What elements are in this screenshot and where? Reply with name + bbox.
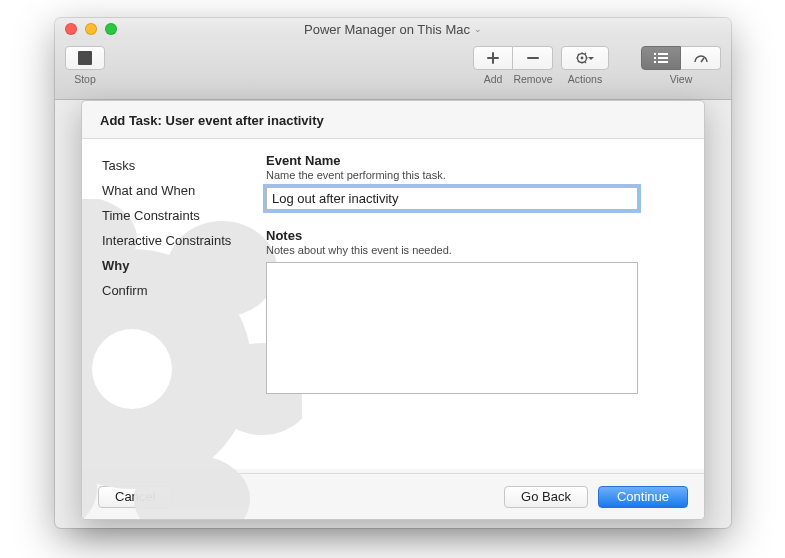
nav-why[interactable]: Why (102, 253, 248, 278)
view-gauge-button[interactable] (681, 46, 721, 70)
window: Power Manager on This Mac ⌄ Stop Add Rem… (55, 18, 731, 528)
nav-tasks[interactable]: Tasks (102, 153, 248, 178)
event-name-help: Name the event performing this task. (266, 169, 680, 181)
nav-interactive-constraints[interactable]: Interactive Constraints (102, 228, 248, 253)
sheet-title: Add Task: User event after inactivity (82, 101, 704, 139)
nav-time-constraints[interactable]: Time Constraints (102, 203, 248, 228)
side-nav: Tasks What and When Time Constraints Int… (82, 139, 260, 469)
event-name-input[interactable] (266, 187, 638, 210)
view-list-button[interactable] (641, 46, 681, 70)
chevron-down-icon: ⌄ (474, 24, 482, 34)
event-name-label: Event Name (266, 153, 680, 168)
toolbar-actions-group: Actions (561, 46, 609, 85)
minus-icon (526, 51, 540, 65)
stop-icon (78, 51, 92, 65)
toolbar-label-view: View (641, 73, 721, 85)
gauge-icon (693, 52, 709, 64)
stop-button[interactable] (65, 46, 105, 70)
sheet-body: Tasks What and When Time Constraints Int… (82, 139, 704, 469)
svg-rect-3 (654, 57, 656, 59)
go-back-button[interactable]: Go Back (504, 486, 588, 508)
svg-rect-4 (654, 61, 656, 63)
svg-rect-2 (654, 53, 656, 55)
sheet: Add Task: User event after inactivity Ta… (81, 100, 705, 520)
svg-point-1 (581, 57, 584, 60)
continue-button[interactable]: Continue (598, 486, 688, 508)
toolbar-add-remove-group: Add Remove (473, 46, 553, 85)
window-title[interactable]: Power Manager on This Mac ⌄ (55, 22, 731, 37)
toolbar-view-group: View (641, 46, 721, 85)
toolbar-label-actions: Actions (568, 73, 602, 85)
actions-button[interactable] (561, 46, 609, 70)
notes-help: Notes about why this event is needed. (266, 244, 680, 256)
titlebar: Power Manager on This Mac ⌄ (55, 18, 731, 40)
toolbar-stop-group: Stop (65, 46, 105, 85)
form-area: Event Name Name the event performing thi… (260, 139, 704, 469)
toolbar-label-stop: Stop (74, 73, 96, 85)
add-button[interactable] (473, 46, 513, 70)
window-title-text: Power Manager on This Mac (304, 22, 470, 37)
remove-button[interactable] (513, 46, 553, 70)
list-icon (653, 52, 669, 64)
toolbar-label-add: Add (473, 73, 513, 85)
notes-label: Notes (266, 228, 680, 243)
nav-what-and-when[interactable]: What and When (102, 178, 248, 203)
nav-confirm[interactable]: Confirm (102, 278, 248, 303)
plus-icon (486, 51, 500, 65)
toolbar-label-remove: Remove (513, 73, 553, 85)
notes-input[interactable] (266, 262, 638, 394)
gear-icon (574, 51, 596, 65)
svg-rect-5 (658, 53, 668, 55)
svg-rect-6 (658, 57, 668, 59)
toolbar: Stop Add Remove (55, 40, 731, 100)
svg-rect-7 (658, 61, 668, 63)
